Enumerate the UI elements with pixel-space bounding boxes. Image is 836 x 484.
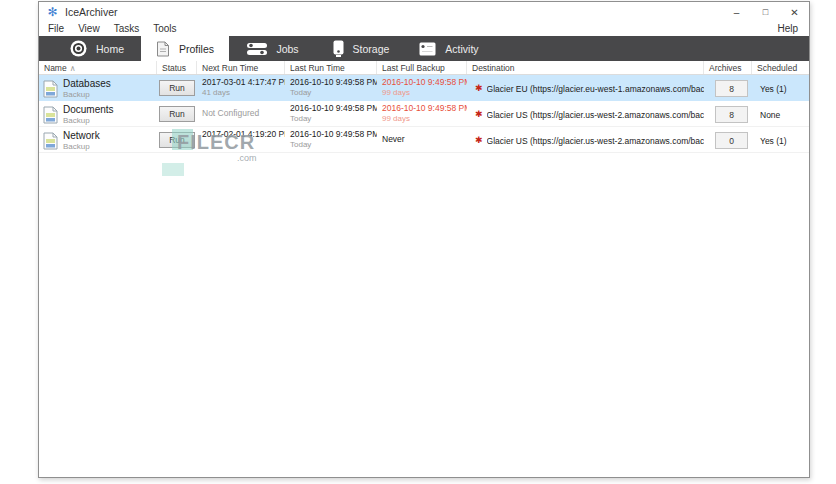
column-header-destination[interactable]: Destination [467, 61, 704, 74]
archives-count[interactable]: 8 [715, 80, 748, 97]
menu-file[interactable]: File [48, 23, 64, 34]
jobs-icon [247, 42, 267, 56]
last-full-backup: 2016-10-10 9:49:58 PM [382, 103, 467, 114]
tab-profiles[interactable]: Profiles [141, 36, 229, 61]
last-run-time: 2016-10-10 9:49:58 PM [290, 129, 377, 140]
title-bar: ✻ IceArchiver – □ ✕ [39, 2, 809, 22]
toolbar: Home Profiles Jobs Storage [39, 36, 809, 61]
column-header-last-full[interactable]: Last Full Backup [377, 61, 467, 74]
minimize-button[interactable]: – [722, 2, 751, 22]
profile-type: Backup [63, 142, 100, 152]
last-full-backup: Never [382, 129, 467, 149]
table-row-databases[interactable]: Databases Backup Run 2017-03-01 4:17:47 … [39, 75, 809, 101]
app-logo-icon: ✻ [46, 6, 59, 19]
column-header-archives[interactable]: Archives [704, 61, 752, 74]
scheduled-value: Yes (1) [752, 127, 809, 152]
window-controls: – □ ✕ [722, 2, 809, 22]
menu-tools[interactable]: Tools [153, 23, 176, 34]
profiles-table: Name∧ Status Next Run Time Last Run Time… [39, 61, 809, 477]
glacier-icon: ✱ [475, 136, 483, 145]
run-button[interactable]: Run [159, 80, 195, 96]
run-button[interactable]: Run [159, 132, 195, 148]
profile-type: Backup [63, 90, 111, 100]
profile-document-icon [43, 106, 58, 124]
profile-name: Network [63, 130, 100, 142]
tab-activity[interactable]: Activity [405, 36, 493, 61]
next-run-time: 2017-02-01 4:19:20 PM [202, 129, 285, 140]
maximize-button[interactable]: □ [751, 2, 780, 22]
last-full-sub: 99 days [382, 114, 467, 124]
scheduled-value: Yes (1) [752, 75, 809, 100]
menu-tasks[interactable]: Tasks [114, 23, 140, 34]
activity-icon [419, 42, 436, 56]
table-row-documents[interactable]: Documents Backup Run Not Configured 2016… [39, 101, 809, 127]
last-full-backup: 2016-10-10 9:49:58 PM [382, 77, 467, 88]
column-header-last-run[interactable]: Last Run Time [285, 61, 377, 74]
next-run-time: 2017-03-01 4:17:47 PM [202, 77, 285, 88]
column-header-status[interactable]: Status [157, 61, 197, 74]
table-empty-area [39, 153, 809, 477]
profile-document-icon [43, 80, 58, 98]
table-row-network[interactable]: Network Backup Run 2017-02-01 4:19:20 PM… [39, 127, 809, 153]
last-run-sub: Today [290, 88, 377, 98]
tab-storage-label: Storage [353, 43, 390, 55]
sort-asc-icon: ∧ [70, 64, 76, 73]
close-button[interactable]: ✕ [780, 2, 809, 22]
app-window: ✻ IceArchiver – □ ✕ File View Tasks Tool… [38, 1, 810, 478]
table-header: Name∧ Status Next Run Time Last Run Time… [39, 61, 809, 75]
profile-document-icon [43, 132, 58, 150]
destination-url: Glacier EU (https://glacier.eu-west-1.am… [487, 84, 704, 94]
run-button[interactable]: Run [159, 106, 195, 122]
column-header-name[interactable]: Name∧ [39, 61, 157, 74]
tab-activity-label: Activity [445, 43, 478, 55]
menu-bar: File View Tasks Tools Help [39, 22, 809, 36]
next-run-time: Not Configured [202, 103, 285, 123]
last-run-time: 2016-10-10 9:49:58 PM [290, 103, 377, 114]
storage-icon [333, 40, 344, 57]
profile-name: Databases [63, 78, 111, 90]
menu-view[interactable]: View [78, 23, 100, 34]
window-title: IceArchiver [65, 6, 118, 18]
tab-home[interactable]: Home [53, 36, 141, 61]
glacier-icon: ✱ [475, 110, 483, 119]
tab-jobs-label: Jobs [276, 43, 298, 55]
destination-url: Glacier US (https://glacier.us-west-2.am… [487, 110, 704, 120]
tab-jobs[interactable]: Jobs [229, 36, 317, 61]
last-full-sub: 99 days [382, 88, 467, 98]
archives-count[interactable]: 0 [715, 132, 748, 149]
destination-url: Glacier US (https://glacier.us-west-2.am… [487, 136, 704, 146]
menu-help[interactable]: Help [777, 23, 798, 34]
last-run-sub: Today [290, 114, 377, 124]
archives-count[interactable]: 8 [715, 106, 748, 123]
desktop-background: ✻ IceArchiver – □ ✕ File View Tasks Tool… [0, 0, 836, 484]
last-run-time: 2016-10-10 9:49:58 PM [290, 77, 377, 88]
tab-home-label: Home [96, 43, 124, 55]
tab-profiles-label: Profiles [179, 43, 214, 55]
column-header-scheduled[interactable]: Scheduled [752, 61, 809, 74]
profiles-icon [156, 41, 170, 57]
profile-type: Backup [63, 116, 114, 126]
next-run-sub: 41 days [202, 88, 285, 98]
tab-storage[interactable]: Storage [317, 36, 405, 61]
scheduled-value: None [752, 101, 809, 126]
column-header-next-run[interactable]: Next Run Time [197, 61, 285, 74]
profile-name: Documents [63, 104, 114, 116]
last-run-sub: Today [290, 140, 377, 150]
glacier-icon: ✱ [475, 84, 483, 93]
home-icon [70, 40, 87, 57]
